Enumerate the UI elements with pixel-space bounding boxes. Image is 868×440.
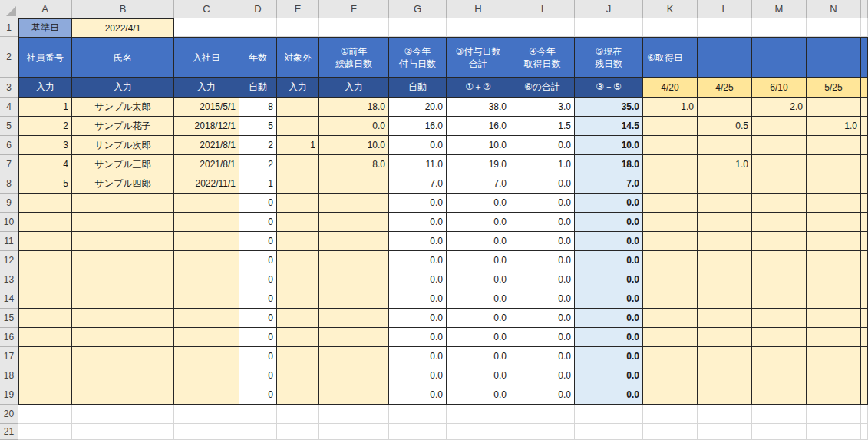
cell-B13[interactable] [72,270,174,289]
cell-N14[interactable] [807,289,861,309]
cell-D13[interactable]: 0 [239,270,277,289]
cell-N5[interactable]: 1.0 [807,117,861,136]
cell-E20[interactable] [277,405,319,424]
cell-K16[interactable] [643,328,698,347]
cell-J20[interactable] [575,405,643,424]
header-cell-hire_date[interactable]: 入社日 [174,37,239,78]
cell-K12[interactable] [643,251,698,270]
row-header-20[interactable]: 20 [0,405,18,424]
cell-G9[interactable]: 0.0 [389,194,447,213]
cell-G20[interactable] [389,405,447,424]
cell-I20[interactable] [510,405,575,424]
cell-F4[interactable]: 18.0 [319,98,389,117]
cell-B20[interactable] [72,405,174,424]
cell-A9[interactable] [18,194,72,213]
cell-C13[interactable] [174,270,239,289]
cell-E14[interactable] [277,289,319,309]
column-header-M[interactable]: M [752,0,807,18]
cell-H19[interactable]: 0.0 [447,385,510,405]
cell-B4[interactable]: サンプル太郎 [72,98,174,117]
row-header-21[interactable]: 21 [0,424,18,440]
header-cell-total[interactable]: ③付与日数 合計 [447,37,510,78]
cell-H12[interactable]: 0.0 [447,251,510,270]
cell-E4[interactable] [277,98,319,117]
cell-J4[interactable]: 35.0 [575,98,643,117]
cell-J9[interactable]: 0.0 [575,194,643,213]
cell-M1[interactable] [752,18,807,37]
cell-F21[interactable] [319,424,389,440]
cell-A13[interactable] [18,270,72,289]
cell-C5[interactable]: 2018/12/1 [174,117,239,136]
header-cell-excluded[interactable]: 対象外 [277,37,319,78]
cell-I9[interactable]: 0.0 [510,194,575,213]
cell-G16[interactable]: 0.0 [389,328,447,347]
cell-H15[interactable]: 0.0 [447,309,510,328]
cell-A20[interactable] [18,405,72,424]
cell-D9[interactable]: 0 [239,194,277,213]
cell-L6[interactable] [698,136,752,155]
cell-N20[interactable] [807,405,861,424]
cell-H11[interactable]: 0.0 [447,232,510,251]
cell-K13[interactable] [643,270,698,289]
cell-M11[interactable] [752,232,807,251]
cell-A11[interactable] [18,232,72,251]
cell-M19[interactable] [752,385,807,405]
cell-E15[interactable] [277,309,319,328]
cell-E6[interactable]: 1 [277,136,319,155]
cell-L18[interactable] [698,366,752,385]
column-header-C[interactable]: C [174,0,239,18]
row-header-3[interactable]: 3 [0,78,18,98]
header-cell-years[interactable]: 年数 [239,37,277,78]
row-header-12[interactable]: 12 [0,251,18,270]
cell-A16[interactable] [18,328,72,347]
cell-D5[interactable]: 5 [239,117,277,136]
cell-D21[interactable] [239,424,277,440]
cell-F6[interactable]: 10.0 [319,136,389,155]
cell-G17[interactable]: 0.0 [389,347,447,366]
cell-J16[interactable]: 0.0 [575,328,643,347]
cell-B16[interactable] [72,328,174,347]
cell-L12[interactable] [698,251,752,270]
cell-B1-base-date-value[interactable]: 2022/4/1 [72,18,174,37]
cell-D8[interactable]: 1 [239,174,277,194]
cell-J7[interactable]: 18.0 [575,155,643,174]
cell-M8[interactable] [752,174,807,194]
cell-J17[interactable]: 0.0 [575,347,643,366]
cell-I10[interactable]: 0.0 [510,213,575,232]
cell-B6[interactable]: サンプル次郎 [72,136,174,155]
cell-M17[interactable] [752,347,807,366]
subheader-cell-d1[interactable]: 4/20 [643,78,698,98]
column-header-A[interactable]: A [18,0,72,18]
cell-I14[interactable]: 0.0 [510,289,575,309]
cell-E16[interactable] [277,328,319,347]
cell-K8[interactable] [643,174,698,194]
cell-C8[interactable]: 2022/11/1 [174,174,239,194]
cell-G7[interactable]: 11.0 [389,155,447,174]
row-header-15[interactable]: 15 [0,309,18,328]
cell-G12[interactable]: 0.0 [389,251,447,270]
header-cell-granted[interactable]: ②今年 付与日数 [389,37,447,78]
header-cell-carryover[interactable]: ①前年 繰越日数 [319,37,389,78]
cell-D15[interactable]: 0 [239,309,277,328]
cell-A15[interactable] [18,309,72,328]
cell-J18[interactable]: 0.0 [575,366,643,385]
cell-N4[interactable] [807,98,861,117]
cell-L14[interactable] [698,289,752,309]
cell-J1[interactable] [575,18,643,37]
cell-G4[interactable]: 20.0 [389,98,447,117]
row-header-1[interactable]: 1 [0,18,18,37]
cell-A5[interactable]: 2 [18,117,72,136]
cell-H4[interactable]: 38.0 [447,98,510,117]
cell-I16[interactable]: 0.0 [510,328,575,347]
subheader-cell-taken[interactable]: ⑥の合計 [510,78,575,98]
subheader-cell-name[interactable]: 入力 [72,78,174,98]
cell-N15[interactable] [807,309,861,328]
cell-J15[interactable]: 0.0 [575,309,643,328]
header-cell-name[interactable]: 氏名 [72,37,174,78]
row-header-7[interactable]: 7 [0,155,18,174]
cell-L8[interactable] [698,174,752,194]
cell-N10[interactable] [807,213,861,232]
cell-F16[interactable] [319,328,389,347]
cell-J14[interactable]: 0.0 [575,289,643,309]
row-header-17[interactable]: 17 [0,347,18,366]
